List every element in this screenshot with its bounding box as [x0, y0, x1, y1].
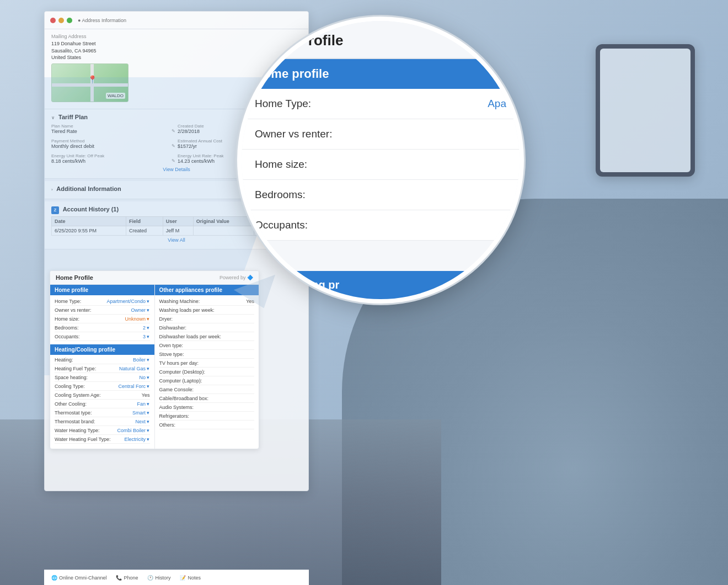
stove-label: Stove type: [159, 352, 184, 357]
magnifier-bottom-bar: ating/Cooling pr [242, 271, 520, 299]
magnifier-home-type-label: Home Type: [255, 98, 311, 110]
status-online[interactable]: 🌐 Online Omni-Channel [51, 575, 107, 581]
owner-renter-value[interactable]: Owner ▾ [131, 307, 149, 313]
refrigerator-row: Refrigerators: [159, 413, 255, 421]
row-field: Created [126, 226, 163, 235]
home-type-row: Home Type: Apartment/Condo ▾ [55, 299, 150, 306]
dishwasher-label: Dishwasher: [159, 325, 187, 331]
occupants-value[interactable]: 3 ▾ [143, 334, 150, 339]
plan-name-edit-icon[interactable]: ✎ [172, 129, 175, 134]
water-heat-fuel-label: Water Heating Fuel Type: [55, 437, 111, 442]
row-user: Jeff M [163, 226, 193, 235]
water-heat-type-label: Water Heating Type: [55, 428, 100, 433]
water-heat-fuel-row: Water Heating Fuel Type: Electricity ▾ [55, 437, 150, 444]
audio-label: Audio Systems: [159, 405, 194, 410]
thermostat-brand-label: Thermostat brand: [55, 419, 95, 424]
thermostat-type-label: Thermostat type: [55, 410, 92, 416]
space-heating-row: Space heating: No ▾ [55, 375, 150, 382]
space-heating-value[interactable]: No ▾ [139, 375, 149, 380]
status-history[interactable]: 🕐 History [147, 575, 171, 581]
topbar-dots [50, 18, 72, 23]
home-profile-panel: Home Profile Powered by 🔷 Home profile H… [50, 270, 259, 449]
bedrooms-row: Bedrooms: 2 ▾ [55, 325, 150, 332]
cooling-type-value[interactable]: Central Forc ▾ [118, 384, 149, 389]
panel-title: Home Profile [56, 274, 93, 281]
tv-label: TV hours per day: [159, 360, 199, 366]
cable-label: Cable/Broadband box: [159, 396, 209, 401]
off-peak-label: Energy Unit Rate: Off Peak [51, 153, 175, 158]
map-thumbnail[interactable]: 📍 WALDO [51, 63, 129, 102]
home-profile-col-title: Home profile [50, 285, 154, 295]
status-notes-label: Notes [188, 575, 201, 581]
owner-renter-label: Owner vs renter: [55, 307, 92, 313]
water-heat-type-row: Water Heating Type: Combi Boiler ▾ [55, 428, 150, 435]
game-console-label: Game Console: [159, 387, 194, 392]
topbar-dot-max [67, 18, 72, 23]
plan-name-field: Plan Name Tiered Rate ✎ [51, 123, 175, 135]
col-user: User [163, 216, 193, 226]
owner-renter-row: Owner vs renter: Owner ▾ [55, 307, 150, 315]
space-heating-label: Space heating: [55, 375, 88, 380]
other-cooling-row: Other Cooling: Fan ▾ [55, 401, 150, 408]
bedrooms-label: Bedrooms: [55, 325, 79, 331]
thermostat-type-value[interactable]: Smart ▾ [132, 410, 150, 416]
magnifier-bedrooms-label: Bedrooms: [255, 189, 306, 201]
additional-info-arrow[interactable]: › [51, 187, 53, 192]
status-phone-label: Phone [124, 575, 138, 581]
bedrooms-value[interactable]: 2 ▾ [143, 325, 150, 331]
magnifier-occupants-label: Occupants: [255, 219, 308, 231]
others-label: Others: [159, 422, 176, 428]
off-peak-field: Energy Unit Rate: Off Peak 8.18 cents/kW… [51, 152, 175, 165]
other-cooling-value[interactable]: Fan ▾ [137, 401, 149, 407]
map-label: WALDO [106, 93, 125, 99]
home-type-label: Home Type: [55, 299, 81, 304]
dishwasher-loads-label: Dishwasher loads per week: [159, 334, 222, 339]
heating-col-title: Heating/Cooling profile [50, 344, 154, 355]
washing-loads-row: Washing loads per week: [159, 307, 255, 315]
water-heat-type-value[interactable]: Combi Boiler ▾ [117, 428, 149, 433]
water-heat-fuel-value[interactable]: Electricity ▾ [124, 437, 149, 442]
heating-fuel-label: Heating Fuel Type: [55, 366, 96, 371]
home-type-value[interactable]: Apartment/Condo ▾ [106, 299, 149, 304]
heating-value[interactable]: Boiler ▾ [133, 357, 150, 363]
payment-method-label: Payment Method [51, 139, 175, 143]
app-url-bar: ● Address Information [78, 18, 126, 23]
magnifier-home-type-value: Apa [488, 98, 506, 110]
heating-fuel-row: Heating Fuel Type: Natural Gas ▾ [55, 366, 150, 373]
payment-method-field: Payment Method Monthly direct debit ✎ [51, 137, 175, 150]
map-pin: 📍 [88, 75, 97, 84]
off-peak-value: 8.18 cents/kWh ✎ [51, 158, 175, 164]
payment-edit-icon[interactable]: ✎ [172, 143, 175, 149]
heating-label: Heating: [55, 357, 73, 363]
topbar-dot-close [50, 18, 56, 23]
oven-row: Oven type: [159, 343, 255, 350]
other-cooling-label: Other Cooling: [55, 401, 87, 407]
panel-header: Home Profile Powered by 🔷 [50, 271, 259, 285]
thermostat-brand-value[interactable]: Next ▾ [135, 419, 149, 424]
oven-label: Oven type: [159, 343, 184, 348]
status-history-label: History [156, 575, 171, 581]
computer-desktop-label: Computer (Desktop): [159, 369, 206, 375]
topbar-dot-min [58, 18, 64, 23]
cooling-type-row: Cooling Type: Central Forc ▾ [55, 384, 150, 391]
off-peak-edit-icon[interactable]: ✎ [172, 158, 175, 164]
computer-desktop-row: Computer (Desktop): [159, 369, 255, 376]
status-online-label: Online Omni-Channel [59, 575, 107, 581]
thermostat-type-row: Thermostat type: Smart ▾ [55, 410, 150, 417]
stove-row: Stove type: [159, 352, 255, 359]
magnifier-title: Home Profile [255, 32, 506, 49]
washing-machine-label: Washing Machine: [159, 299, 200, 304]
status-notes[interactable]: 📝 Notes [180, 575, 201, 581]
magnifier-bedrooms-row: Bedrooms: [242, 180, 520, 210]
notes-icon: 📝 [180, 575, 186, 581]
payment-method-value: Monthly direct debit ✎ [51, 143, 175, 149]
col-date: Date [52, 216, 126, 226]
magnifier-home-type-row: Home Type: Apa [242, 89, 520, 119]
tariff-arrow[interactable]: ∨ [51, 115, 55, 120]
home-size-value[interactable]: Unknown ▾ [125, 316, 149, 322]
heating-fuel-value[interactable]: Natural Gas ▾ [119, 366, 150, 371]
status-phone[interactable]: 📞 Phone [116, 575, 138, 581]
dishwasher-loads-row: Dishwasher loads per week: [159, 334, 255, 341]
washing-loads-label: Washing loads per week: [159, 307, 215, 313]
thermostat-brand-row: Thermostat brand: Next ▾ [55, 419, 150, 426]
